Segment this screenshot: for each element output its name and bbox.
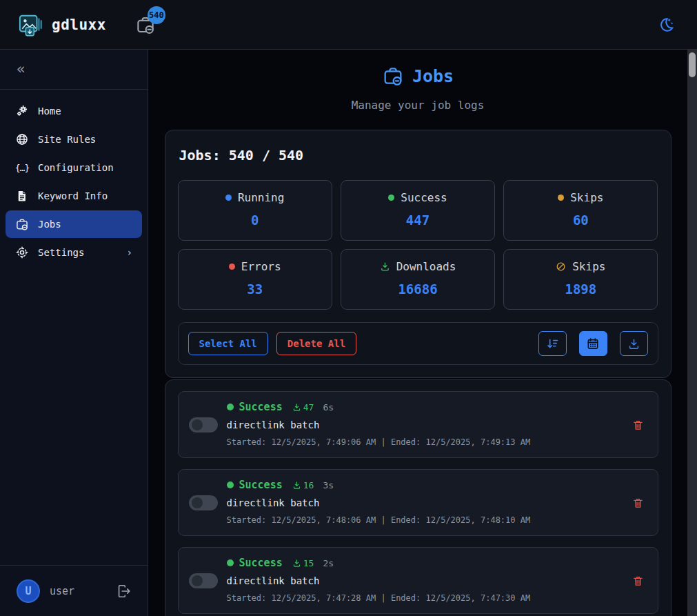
delete-all-button[interactable]: Delete All [276, 332, 356, 355]
success-dot-icon [227, 481, 234, 488]
stat-label: Skips [570, 191, 603, 204]
job-timestamps: Started: 12/5/2025, 7:47:28 AM | Ended: … [227, 593, 623, 603]
export-download-button[interactable] [620, 331, 648, 356]
avatar[interactable]: U [17, 579, 40, 603]
skips-dot-icon [558, 195, 564, 201]
download-icon [627, 337, 640, 350]
sidebar-collapse-row: « [0, 50, 148, 90]
scrollbar-track[interactable] [687, 50, 697, 616]
document-icon [15, 189, 29, 203]
stat-box-downloads: Downloads 16686 [341, 249, 495, 310]
stat-box-errors: Errors 33 [178, 249, 332, 310]
slash-circle-icon [556, 261, 566, 272]
job-card[interactable]: Success 16 3s directlink batch Started: … [178, 469, 658, 536]
stat-value: 60 [511, 212, 650, 228]
brand-name: gdluxx [52, 17, 106, 33]
logout-button[interactable] [116, 584, 131, 599]
user-bar: U user [0, 565, 148, 616]
user-name: user [50, 585, 74, 597]
stat-box-skipped: Skips 1898 [503, 249, 658, 310]
job-download-count: 15 [303, 558, 314, 568]
sidebar-item-label: Keyword Info [38, 190, 108, 201]
stat-label: Running [238, 191, 284, 204]
scrollbar-thumb[interactable] [689, 52, 696, 77]
job-card[interactable]: Success 15 2s directlink batch Started: … [178, 547, 658, 614]
calendar-filter-button[interactable] [579, 331, 607, 356]
stat-box-running: Running 0 [178, 180, 332, 241]
job-card[interactable]: Success 47 6s directlink batch Started: … [178, 391, 658, 458]
sidebar-nav: Home Site Rules {…} Configuration [0, 90, 148, 565]
job-select-toggle[interactable] [189, 495, 218, 510]
sidebar-item-label: Settings [38, 247, 84, 258]
app-header: gdluxx 540 [0, 0, 697, 50]
gear-icon [15, 246, 29, 259]
sidebar-item-home[interactable]: Home [6, 97, 142, 125]
job-duration: 6s [323, 402, 334, 413]
jobs-toolbar: Select All Delete All [178, 322, 658, 365]
job-status: Success [239, 401, 283, 413]
delete-job-button[interactable] [632, 497, 644, 509]
sidebar-item-label: Site Rules [38, 134, 96, 145]
stat-label: Downloads [396, 260, 456, 273]
job-select-toggle[interactable] [189, 417, 218, 433]
collapse-sidebar-button[interactable]: « [17, 62, 26, 77]
sort-descending-icon [545, 337, 559, 350]
job-name: directlink batch [227, 575, 623, 586]
braces-icon: {…} [15, 161, 29, 175]
briefcase-link-icon [15, 217, 29, 231]
avatar-initial: U [25, 585, 31, 597]
stat-value: 33 [185, 281, 325, 297]
stat-value: 1898 [511, 281, 650, 297]
download-icon [292, 559, 301, 568]
errors-dot-icon [229, 264, 235, 270]
stats-panel: Jobs: 540 / 540 Running 0 Success 447 [165, 130, 671, 378]
sidebar-item-settings[interactable]: Settings › [6, 239, 142, 266]
jobs-list-panel: Success 47 6s directlink batch Started: … [165, 379, 671, 616]
stat-box-success: Success 447 [341, 180, 495, 241]
download-icon [292, 403, 301, 412]
running-dot-icon [225, 195, 232, 201]
success-dot-icon [227, 404, 234, 410]
delete-job-button[interactable] [632, 419, 644, 431]
page-subtitle: Manage your job logs [148, 99, 687, 112]
job-duration: 3s [323, 480, 334, 490]
sidebar-item-jobs[interactable]: Jobs [6, 210, 142, 238]
sidebar-item-label: Home [38, 106, 61, 117]
jobs-count-heading: Jobs: 540 / 540 [178, 143, 658, 165]
toolbar-icon-group [538, 331, 648, 356]
sidebar-item-site-rules[interactable]: Site Rules [6, 126, 142, 153]
job-select-toggle[interactable] [189, 573, 218, 588]
delete-job-button[interactable] [632, 575, 644, 587]
dark-mode-toggle[interactable] [653, 12, 679, 38]
app-logo-icon [18, 12, 44, 38]
job-download-count: 47 [303, 402, 314, 413]
job-status: Success [239, 479, 283, 491]
sidebar-item-configuration[interactable]: {…} Configuration [6, 154, 142, 181]
success-dot-icon [388, 195, 394, 201]
job-duration: 2s [323, 558, 334, 568]
job-name: directlink batch [227, 497, 623, 508]
page-head: Jobs Manage your job logs [148, 65, 687, 112]
sidebar-item-keyword-info[interactable]: Keyword Info [6, 182, 142, 210]
stat-value: 447 [348, 212, 487, 228]
globe-icon [15, 132, 29, 146]
stat-value: 16686 [348, 281, 487, 297]
brand[interactable]: gdluxx [18, 12, 106, 38]
job-queue-indicator[interactable]: 540 [135, 14, 156, 35]
stat-label: Errors [241, 260, 281, 273]
stat-label: Success [401, 191, 447, 204]
job-timestamps: Started: 12/5/2025, 7:48:06 AM | Ended: … [227, 515, 623, 525]
main-content: Jobs Manage your job logs Jobs: 540 / 54… [148, 50, 687, 616]
gears-icon [15, 104, 29, 118]
job-name: directlink batch [227, 419, 623, 430]
select-all-button[interactable]: Select All [188, 332, 268, 355]
job-status: Success [239, 557, 283, 569]
sort-descending-button[interactable] [538, 331, 567, 356]
queue-count-badge: 540 [148, 6, 165, 24]
sidebar: « Home Site Rules [0, 50, 148, 616]
sidebar-item-label: Configuration [38, 162, 114, 173]
page-title-text: Jobs [412, 66, 454, 86]
calendar-icon [586, 337, 600, 350]
chevron-right-icon: › [127, 247, 132, 258]
download-icon [292, 481, 301, 490]
